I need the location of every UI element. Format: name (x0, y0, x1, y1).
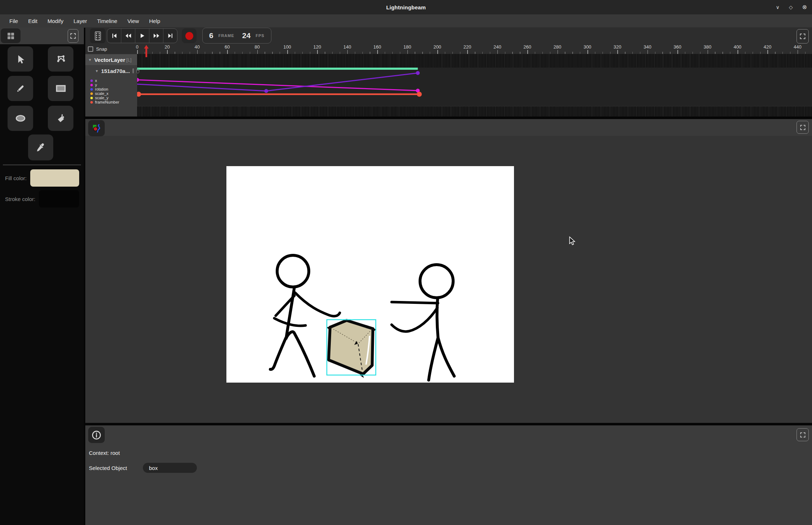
property-name: rotation (95, 87, 108, 91)
record-button[interactable] (182, 28, 197, 43)
snap-label: Snap (96, 46, 107, 52)
last-frame-button[interactable] (163, 29, 177, 43)
context-text: Context: root (89, 450, 120, 456)
play-icon (139, 33, 145, 39)
ruler-tick-label: 260 (523, 44, 531, 50)
selected-object-input[interactable]: box (143, 463, 197, 473)
property-row-scale_y[interactable]: scale_y (85, 96, 137, 100)
ruler-tick-label: 160 (373, 44, 381, 50)
property-name: scale_x (95, 92, 108, 96)
property-color-dot (90, 97, 93, 99)
menu-help[interactable]: Help (144, 16, 165, 26)
play-button[interactable] (135, 29, 149, 43)
frame-value[interactable]: 6 (209, 31, 213, 40)
pencil-tool-button[interactable] (8, 76, 33, 101)
property-row-rotation[interactable]: rotation (85, 87, 137, 91)
collapse-triangle-icon[interactable]: ▼ (88, 58, 92, 62)
layer-name: VectorLayer (94, 57, 125, 63)
maximize-icon[interactable]: ◇ (789, 5, 793, 10)
menu-view[interactable]: View (122, 16, 144, 26)
fast-forward-button[interactable] (149, 29, 163, 43)
menu-edit[interactable]: Edit (23, 16, 42, 26)
eyedropper-tool-button[interactable] (28, 134, 53, 160)
timeline-ruler[interactable]: Snap 02040608010012014016018020022024026… (85, 44, 812, 54)
fill-color-swatch[interactable] (30, 169, 79, 187)
info-button[interactable] (88, 427, 105, 443)
fps-value[interactable]: 24 (242, 31, 251, 40)
film-icon (94, 31, 102, 41)
layer-suffix: [L] (126, 57, 131, 63)
shapes-panel-button[interactable] (88, 120, 105, 136)
frame-label: FRAME (218, 33, 234, 38)
ruler-tick-label: 280 (554, 44, 561, 50)
property-row-x[interactable]: x (85, 78, 137, 83)
x-curve-keyframe[interactable] (264, 89, 268, 93)
drawing-canvas[interactable] (226, 166, 514, 383)
minimize-icon[interactable]: ∨ (776, 5, 780, 10)
transform-icon (55, 53, 67, 65)
object-row[interactable]: ▼ 151ad70a... ~ (85, 65, 137, 77)
ellipse-tool-button[interactable] (8, 106, 33, 131)
timeline-toolbar: 6 FRAME 24 FPS (85, 27, 812, 44)
tools-sidebar: Fill color: Stroke color: (0, 28, 84, 525)
x-curve-keyframe[interactable] (416, 71, 420, 75)
keyframe-toggle-button[interactable] (132, 68, 134, 73)
select-tool-button[interactable] (8, 46, 33, 72)
expand-icon (800, 432, 806, 438)
layer-duration-bar[interactable] (137, 68, 418, 70)
canvas-expand-button[interactable] (797, 121, 809, 134)
grid-icon (7, 32, 15, 40)
frameNumber-curve-keyframe[interactable] (417, 92, 422, 97)
frame-fps-indicator: 6 FRAME 24 FPS (202, 28, 271, 44)
layer-row-vectorlayer[interactable]: ▼ VectorLayer [L] (85, 54, 137, 65)
property-name: frameNumber (95, 100, 119, 104)
rewind-icon (125, 33, 132, 39)
first-frame-button[interactable] (107, 29, 121, 43)
ruler-tick-label: 0 (136, 44, 138, 50)
mouse-cursor (569, 236, 577, 246)
ruler-tick-label: 440 (794, 44, 802, 50)
transform-tool-button[interactable] (48, 46, 73, 72)
menu-modify[interactable]: Modify (42, 16, 68, 26)
menu-file[interactable]: File (4, 16, 23, 26)
menu-timeline[interactable]: Timeline (92, 16, 122, 26)
info-expand-button[interactable] (797, 428, 809, 441)
tools-expand-button[interactable] (68, 29, 78, 43)
playback-controls (107, 28, 177, 43)
film-button[interactable] (90, 28, 105, 43)
window-controls: ∨ ◇ ⊗ (776, 0, 807, 14)
stroke-color-label: Stroke color: (5, 196, 35, 202)
timeline-panel: 6 FRAME 24 FPS Snap 02040608010012014016… (85, 27, 812, 117)
rectangle-tool-button[interactable] (48, 76, 73, 101)
property-name: x (95, 79, 97, 83)
property-row-frameNumber[interactable]: frameNumber (85, 100, 137, 104)
easing-button[interactable]: ~ (136, 68, 139, 73)
close-icon[interactable]: ⊗ (802, 5, 807, 10)
info-panel: Context: root Selected Object box (85, 425, 812, 525)
fill-color-label: Fill color: (5, 175, 27, 181)
property-row-y[interactable]: y (85, 83, 137, 87)
property-name: scale_y (95, 96, 108, 100)
property-row-scale_x[interactable]: scale_x (85, 91, 137, 96)
bucket-tool-button[interactable] (48, 106, 73, 131)
ruler-tick-label: 100 (283, 44, 291, 50)
record-icon (185, 32, 193, 40)
snap-checkbox[interactable] (88, 46, 93, 52)
last-frame-icon (167, 33, 173, 39)
stick-figure-right[interactable] (392, 265, 454, 380)
box-object[interactable] (326, 320, 376, 378)
ruler-tick-label: 340 (644, 44, 651, 50)
selected-object-label: Selected Object (89, 465, 143, 471)
y-curve[interactable] (137, 80, 418, 91)
animation-curves[interactable] (85, 54, 812, 117)
rewind-button[interactable] (121, 29, 135, 43)
stroke-color-swatch[interactable] (39, 190, 79, 207)
collapse-triangle-icon[interactable]: ▼ (95, 69, 99, 73)
playhead[interactable] (144, 45, 149, 57)
ruler-tick-label: 80 (254, 44, 260, 50)
menu-layer[interactable]: Layer (68, 16, 92, 26)
timeline-expand-button[interactable] (797, 29, 809, 44)
timeline-tracks[interactable]: ▼ VectorLayer [L] ▼ 151ad70a... ~ xyrota… (85, 54, 812, 117)
box-body[interactable] (329, 320, 373, 374)
tools-grid-button[interactable] (1, 28, 21, 43)
